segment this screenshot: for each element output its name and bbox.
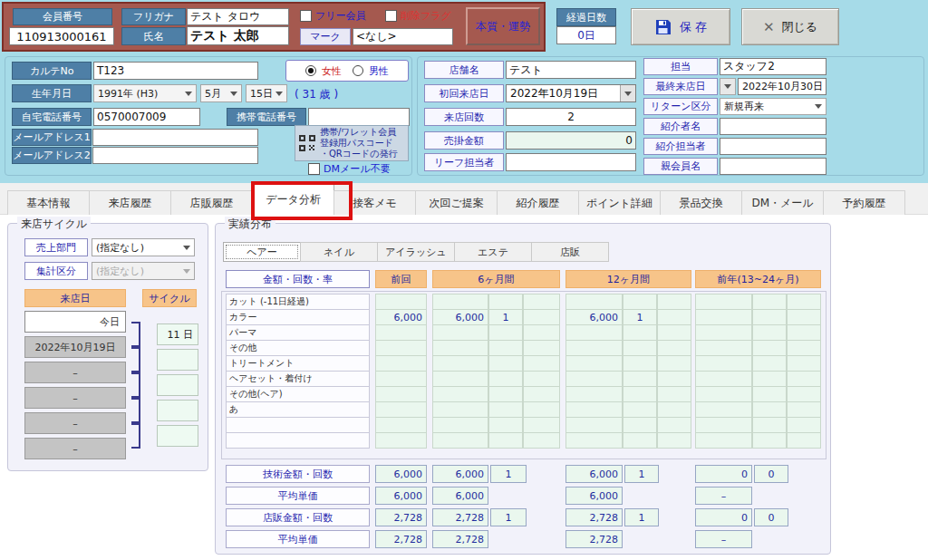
qr-passcode-button[interactable]: 携帯/ワレット会員 登録用パスコード ・QRコードの発行	[295, 125, 409, 161]
analysis-tab-1[interactable]: ネイル	[300, 242, 378, 262]
last-visit-dropdown-button[interactable]	[720, 78, 736, 95]
leaf-staff-input[interactable]	[506, 153, 636, 171]
name-input[interactable]: テスト 太郎	[187, 26, 289, 45]
cell	[432, 432, 488, 449]
furigana-input[interactable]: テスト タロウ	[187, 8, 289, 25]
parent-member-input[interactable]	[720, 158, 826, 175]
summary-cell: 1	[490, 465, 527, 483]
cell	[623, 294, 657, 310]
main-tab-5[interactable]: 次回ご提案	[415, 190, 498, 215]
email1-input[interactable]	[92, 129, 258, 146]
birth-day-select[interactable]: 15日	[246, 84, 287, 102]
summary-cell: 2,728	[566, 530, 623, 548]
home-phone-input[interactable]: 0570007009	[93, 108, 200, 126]
cell	[488, 386, 523, 402]
mark-value[interactable]: <なし>	[353, 28, 453, 45]
cell	[566, 324, 623, 341]
cell	[523, 309, 560, 325]
birth-month-select[interactable]: 5月	[200, 84, 242, 102]
member-no-value: 110913000161	[9, 27, 114, 45]
gender-field: 女性 男性	[285, 60, 409, 82]
cell	[523, 386, 560, 402]
close-button[interactable]: ✕ 閉じる	[741, 8, 839, 45]
cell	[623, 324, 657, 341]
cell	[657, 355, 691, 372]
mobile-phone-input[interactable]	[308, 108, 410, 126]
staff-input[interactable]: スタッフ2	[720, 58, 826, 75]
main-tab-2[interactable]: 店販履歴	[170, 190, 253, 215]
sales-dept-select[interactable]: (指定なし)	[92, 238, 195, 256]
summary-cell: 6,000	[566, 465, 623, 483]
cell	[787, 309, 821, 325]
agg-type-select: (指定なし)	[92, 262, 195, 280]
chevron-down-icon	[185, 92, 192, 96]
receivable-label: 売掛金額	[424, 131, 504, 150]
last-visit-label: 最終来店日	[643, 78, 718, 95]
cell	[657, 432, 691, 449]
analysis-tab-0[interactable]: ヘアー	[223, 242, 301, 262]
free-member-checkbox[interactable]	[300, 10, 312, 22]
referrer-staff-input[interactable]	[720, 138, 826, 155]
first-visit-select[interactable]: 2022年10月19日	[506, 84, 636, 102]
cell	[695, 294, 752, 310]
karte-no-label: カルテNo	[12, 62, 92, 80]
free-member-label: フリー会員	[315, 9, 366, 23]
cell	[752, 324, 787, 341]
cell: 1	[623, 309, 657, 325]
main-tab-7[interactable]: ポイント詳細	[578, 190, 661, 215]
summary-cell: –	[695, 487, 752, 505]
cell: 1	[488, 309, 523, 325]
cell-prev	[375, 371, 427, 387]
shop-input[interactable]: テスト	[506, 61, 636, 79]
visit-date-0: 今日	[24, 311, 126, 333]
cycle-value-3	[157, 400, 198, 421]
main-tab-10[interactable]: 予約履歴	[823, 190, 905, 215]
cycle-bracket	[131, 423, 140, 449]
female-radio[interactable]	[305, 65, 316, 76]
main-tab-0[interactable]: 基本情報	[7, 190, 90, 215]
referrer-staff-label: 紹介担当者	[643, 138, 718, 155]
cycle-value-0: 11 日	[157, 323, 198, 345]
email2-input[interactable]	[92, 147, 258, 164]
home-phone-label: 自宅電話番号	[12, 108, 92, 126]
main-tab-1[interactable]: 来店履歴	[89, 190, 171, 215]
cell	[566, 417, 623, 433]
male-radio[interactable]	[353, 65, 363, 76]
main-tab-9[interactable]: DM・メール	[741, 190, 824, 215]
chevron-down-icon[interactable]	[620, 85, 635, 101]
honshitsu-unsei-button[interactable]: 本質・運勢	[466, 7, 540, 45]
row-label: その他(ヘア)	[226, 386, 370, 402]
birth-year-select[interactable]: 1991年 (H3)	[93, 84, 197, 102]
dm-optout-checkbox[interactable]	[308, 163, 320, 175]
cell	[752, 294, 787, 310]
row-label: カット (-11日経過)	[226, 294, 370, 310]
visit-date-5: –	[24, 438, 126, 459]
return-type-select[interactable]: 新規再来	[720, 98, 826, 115]
analysis-tab-4[interactable]: 店販	[531, 242, 609, 262]
main-tab-8[interactable]: 景品交換	[660, 190, 742, 215]
visit-count-value: 2	[506, 108, 636, 126]
analysis-tab-3[interactable]: エステ	[454, 242, 532, 262]
mobile-phone-label: 携帯電話番号	[227, 108, 306, 126]
name-label: 氏名	[121, 27, 186, 45]
main-tab-6[interactable]: 紹介履歴	[497, 190, 579, 215]
shop-label: 店舗名	[424, 61, 504, 79]
chevron-down-icon	[183, 246, 190, 250]
cell	[523, 294, 560, 310]
cell	[523, 417, 560, 433]
analysis-tab-2[interactable]: アイラッシュ	[377, 242, 455, 262]
cell	[623, 355, 657, 372]
cycle-value-1	[157, 349, 198, 371]
referrer-input[interactable]	[720, 118, 826, 135]
parent-member-label: 親会員名	[643, 158, 718, 175]
save-button[interactable]: 保 存	[631, 8, 730, 45]
delete-flag-checkbox[interactable]	[385, 10, 397, 22]
karte-no-input[interactable]: T123	[93, 62, 258, 80]
summary-cell: 0	[754, 508, 788, 526]
summary-cell: 2,728	[566, 508, 623, 526]
summary-row-3: 平均単価2,7282,7282,728–	[226, 530, 821, 548]
cell	[752, 432, 787, 449]
cell	[752, 340, 787, 356]
cell	[488, 432, 523, 449]
cell	[657, 309, 691, 325]
